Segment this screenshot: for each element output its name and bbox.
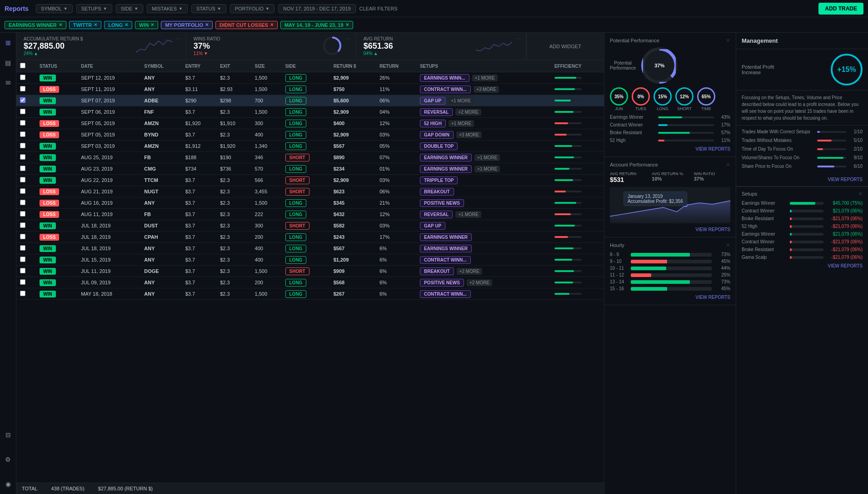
table-row[interactable]: WIN SEPT 12, 2019 ANY $3.7 $2.3 1,500 LO…: [16, 72, 604, 84]
table-row[interactable]: LOSS AUG 16, 2019 ANY $3.7 $2.3 1,500 LO…: [16, 197, 604, 209]
sidebar-settings-icon[interactable]: ⚙: [3, 454, 14, 465]
row-symbol[interactable]: ANY: [140, 277, 181, 288]
portfolio-filter[interactable]: PORTFOLIO ▼: [230, 4, 274, 13]
row-symbol[interactable]: BYND: [140, 129, 181, 141]
row-checkbox[interactable]: [16, 220, 36, 232]
row-symbol[interactable]: TTCM: [140, 175, 181, 186]
row-symbol[interactable]: ADBE: [140, 95, 181, 106]
tag-win[interactable]: WIN ✕: [135, 21, 158, 29]
sidebar-user-icon[interactable]: ◉: [3, 479, 14, 489]
table-row[interactable]: LOSS SEPT 05, 2019 AMZN $1,920 $1,910 30…: [16, 118, 604, 129]
add-widget-block[interactable]: ADD WIDGET: [526, 33, 604, 60]
setups-view-reports[interactable]: VIEW REPORTS: [742, 262, 863, 269]
row-checkbox[interactable]: [16, 141, 36, 152]
table-row[interactable]: WIN JUL 15, 2019 ANY $3.7 $2.3 400 LONG …: [16, 254, 604, 266]
row-checkbox[interactable]: [16, 243, 36, 254]
table-row[interactable]: WIN SEPT 07, 2019 ADBE $290 $298 700 LON…: [16, 95, 604, 106]
tag-my-portfolio[interactable]: MY PORTFOLIO ✕: [161, 21, 213, 29]
table-row[interactable]: WIN JUL 18, 2019 DUST $3.7 $2.3 300 SHOR…: [16, 220, 604, 232]
row-checkbox[interactable]: [16, 95, 36, 106]
avg-return-dots[interactable]: ⋯: [516, 35, 521, 42]
account-view-reports-link[interactable]: VIEW REPORTS: [696, 227, 731, 232]
table-row[interactable]: WIN AUG 23, 2019 CMG $734 $736 570 LONG …: [16, 163, 604, 175]
tag-long[interactable]: LONG ✕: [104, 21, 132, 29]
row-symbol[interactable]: CMG: [140, 163, 181, 175]
accumulative-dots[interactable]: ⋯: [176, 35, 181, 42]
row-symbol[interactable]: ANY: [140, 288, 181, 300]
row-checkbox[interactable]: [16, 84, 36, 95]
tag-date-range[interactable]: MAY 14, 19 - JUNE 23, 19 ✕: [280, 21, 353, 29]
row-checkbox[interactable]: [16, 152, 36, 163]
row-symbol[interactable]: NUGT: [140, 186, 181, 197]
trades-table[interactable]: STATUS DATE SYMBOL ENTRY EXIT SIZE SIDE …: [16, 60, 604, 483]
row-symbol[interactable]: AMZN: [140, 118, 181, 129]
row-checkbox[interactable]: [16, 118, 36, 129]
hourly-view-reports-link[interactable]: VIEW REPORTS: [696, 295, 731, 300]
perf-view-reports[interactable]: VIEW REPORTS: [610, 146, 730, 152]
row-checkbox[interactable]: [16, 209, 36, 220]
table-row[interactable]: WIN AUG 22, 2019 TTCM $3.7 $2.3 566 SHOR…: [16, 175, 604, 186]
row-checkbox[interactable]: [16, 277, 36, 288]
sidebar-message-icon[interactable]: ✉: [3, 77, 14, 88]
tag-didnt-cut-losses[interactable]: DIDNT CUT LOSSES ✕: [215, 21, 278, 29]
row-symbol[interactable]: DOGE: [140, 266, 181, 277]
col-checkbox[interactable]: [16, 60, 36, 72]
table-row[interactable]: WIN MAY 18, 2018 ANY $3.7 $2.3 1,500 LON…: [16, 288, 604, 300]
sidebar-grid-icon[interactable]: ⊟: [3, 429, 14, 440]
hourly-view-reports[interactable]: VIEW REPORTS: [610, 294, 730, 300]
account-view-reports[interactable]: VIEW REPORTS: [610, 226, 730, 232]
table-row[interactable]: LOSS AUG 21, 2019 NUGT $3.7 $2.3 3,455 S…: [16, 186, 604, 197]
row-checkbox[interactable]: [16, 232, 36, 243]
clear-filters-button[interactable]: CLEAR FILTERS: [359, 6, 398, 11]
account-perf-close[interactable]: ✕: [726, 161, 730, 168]
row-symbol[interactable]: ANY: [140, 254, 181, 266]
table-row[interactable]: LOSS JUL 18, 2019 CPAH $3.7 $2.3 200 LON…: [16, 232, 604, 243]
setups-view-reports-link[interactable]: VIEW REPORTS: [828, 263, 863, 268]
sidebar-home-icon[interactable]: ⊞: [3, 37, 14, 48]
row-symbol[interactable]: ANY: [140, 243, 181, 254]
table-row[interactable]: LOSS SEPT 05, 2019 BYND $3.7 $2.3 400 LO…: [16, 129, 604, 141]
status-filter[interactable]: STATUS ▼: [191, 4, 226, 13]
table-row[interactable]: WIN JUL 09, 2019 ANY $3.7 $2.3 200 LONG …: [16, 277, 604, 288]
setups-filter[interactable]: SETUPS ▼: [76, 4, 112, 13]
row-checkbox[interactable]: [16, 266, 36, 277]
mgmt-view-reports[interactable]: VIEW REPORTS: [736, 176, 868, 187]
row-symbol[interactable]: FNF: [140, 106, 181, 118]
table-row[interactable]: WIN JUL 11, 2019 DOGE $3.7 $2.3 1,500 SH…: [16, 266, 604, 277]
symbol-filter[interactable]: SYMBOL ▼: [36, 4, 73, 13]
table-row[interactable]: LOSS SEPT 11, 2019 ANY $3.11 $2.93 1,500…: [16, 84, 604, 95]
row-symbol[interactable]: ANY: [140, 84, 181, 95]
row-symbol[interactable]: AMZN: [140, 141, 181, 152]
row-checkbox[interactable]: [16, 254, 36, 266]
row-symbol[interactable]: ANY: [140, 197, 181, 209]
hourly-close[interactable]: ✕: [726, 242, 730, 248]
tag-earnings-winner[interactable]: EARNINGS WINNER ✕: [5, 21, 66, 29]
row-checkbox[interactable]: [16, 72, 36, 84]
date-range-filter[interactable]: NOV 17, 2019 - DEC 17, 2019: [278, 4, 356, 13]
add-trade-button[interactable]: ADD TRADE: [818, 3, 863, 15]
table-row[interactable]: WIN SEPT 03, 2019 AMZN $1,912 $1,920 1,3…: [16, 141, 604, 152]
potential-perf-close[interactable]: ✕: [726, 37, 730, 44]
table-row[interactable]: WIN AUG 25, 2019 FB $188 $190 346 SHORT …: [16, 152, 604, 163]
row-checkbox[interactable]: [16, 175, 36, 186]
setups-close[interactable]: ✕: [858, 191, 863, 197]
wins-ratio-dots[interactable]: ⋯: [346, 35, 351, 42]
row-symbol[interactable]: FB: [140, 152, 181, 163]
table-row[interactable]: WIN JUL 18, 2019 ANY $3.7 $2.3 400 LONG …: [16, 243, 604, 254]
row-checkbox[interactable]: [16, 106, 36, 118]
perf-view-reports-link[interactable]: VIEW REPORTS: [696, 146, 731, 151]
row-symbol[interactable]: FB: [140, 209, 181, 220]
row-checkbox[interactable]: [16, 197, 36, 209]
sidebar-chart-icon[interactable]: ▤: [3, 57, 14, 68]
table-row[interactable]: WIN SEPT 06, 2019 FNF $3.7 $2.3 1,500 LO…: [16, 106, 604, 118]
mistakes-filter[interactable]: MISTAKES ▼: [147, 4, 188, 13]
row-symbol[interactable]: DUST: [140, 220, 181, 232]
row-checkbox[interactable]: [16, 186, 36, 197]
table-row[interactable]: LOSS AUG 11, 2019 FB $3.7 $2.3 222 LONG …: [16, 209, 604, 220]
tag-twittr[interactable]: TWITTR ✕: [69, 21, 102, 29]
row-checkbox[interactable]: [16, 163, 36, 175]
row-checkbox[interactable]: [16, 288, 36, 300]
mgmt-view-reports-link[interactable]: VIEW REPORTS: [828, 177, 863, 182]
side-filter[interactable]: SIDE ▼: [116, 4, 144, 13]
row-symbol[interactable]: CPAH: [140, 232, 181, 243]
